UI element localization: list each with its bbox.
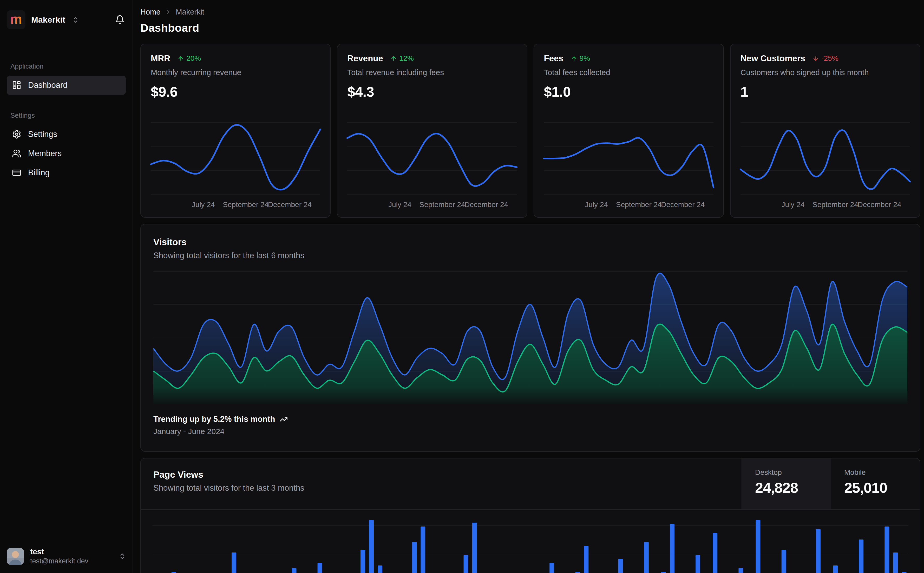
x-axis-labels: July 24 September 24 December 24 bbox=[347, 199, 517, 210]
trending-up-icon bbox=[280, 415, 288, 423]
chevrons-up-down-icon bbox=[72, 16, 79, 23]
sidebar-item-members[interactable]: Members bbox=[7, 144, 126, 163]
page-views-subtitle: Showing total visitors for the last 3 mo… bbox=[153, 484, 729, 493]
workspace-name: Makerkit bbox=[31, 15, 65, 25]
visitors-card: Visitors Showing total visitors for the … bbox=[140, 224, 920, 452]
sidebar-item-label: Billing bbox=[28, 168, 50, 177]
breadcrumb: Home Makerkit bbox=[140, 8, 920, 16]
visitors-title: Visitors bbox=[153, 237, 907, 247]
notifications-button[interactable] bbox=[114, 14, 126, 26]
visitors-period: January - June 2024 bbox=[153, 427, 907, 436]
stat-value: $9.6 bbox=[151, 84, 320, 100]
stat-subtitle: Monthly recurring revenue bbox=[151, 68, 320, 77]
dashboard-grid-icon bbox=[12, 80, 21, 90]
stat-change-badge: -25% bbox=[813, 54, 838, 63]
user-email: test@makerkit.dev bbox=[30, 557, 88, 565]
arrow-down-icon bbox=[813, 55, 819, 62]
sidebar-item-label: Members bbox=[28, 149, 61, 158]
makerkit-logo: m bbox=[7, 10, 25, 29]
visitors-footer: Trending up by 5.2% this month January -… bbox=[153, 415, 907, 436]
chevrons-up-down-icon bbox=[119, 553, 126, 560]
sparkline-chart bbox=[151, 122, 320, 195]
stat-card-fees: Fees 9% Total fees collected $1.0 July 2… bbox=[533, 44, 724, 218]
main-content: Home Makerkit Dashboard MRR 20% Monthly … bbox=[133, 0, 924, 573]
page-views-card: Page Views Showing total visitors for th… bbox=[140, 458, 920, 573]
bell-icon bbox=[115, 15, 125, 25]
nav-section-label: Application bbox=[7, 62, 126, 70]
chevron-right-icon bbox=[165, 9, 171, 16]
dashboard-page: { "app": { "workspace": "Makerkit" }, "s… bbox=[0, 0, 924, 573]
breadcrumb-current: Makerkit bbox=[176, 8, 204, 16]
stat-cards-row: MRR 20% Monthly recurring revenue $9.6 J… bbox=[140, 44, 920, 218]
stat-change-badge: 20% bbox=[177, 54, 201, 63]
trend-text: Trending up by 5.2% this month bbox=[153, 415, 275, 424]
arrow-up-icon bbox=[391, 55, 397, 62]
sparkline-chart bbox=[740, 122, 910, 195]
sidebar-item-label: Settings bbox=[28, 130, 57, 139]
arrow-up-icon bbox=[571, 55, 577, 62]
x-axis-labels: July 24 September 24 December 24 bbox=[740, 199, 910, 210]
x-axis-labels: July 24 September 24 December 24 bbox=[544, 199, 714, 210]
x-axis-labels: July 24 September 24 December 24 bbox=[151, 199, 320, 210]
page-views-title: Page Views bbox=[153, 470, 729, 480]
users-icon bbox=[12, 149, 21, 158]
visitors-subtitle: Showing total visitors for the last 6 mo… bbox=[153, 251, 907, 260]
page-views-bar-chart bbox=[152, 514, 908, 573]
stat-change-badge: 12% bbox=[391, 54, 414, 63]
sidebar-nav: Application Dashboard Settings Settings … bbox=[7, 62, 126, 182]
stat-card-mrr: MRR 20% Monthly recurring revenue $9.6 J… bbox=[140, 44, 331, 218]
stat-subtitle: Total fees collected bbox=[544, 68, 714, 77]
stat-subtitle: Total revenue including fees bbox=[347, 68, 517, 77]
stat-value: $4.3 bbox=[347, 84, 517, 100]
stat-value: $1.0 bbox=[544, 84, 714, 100]
page-views-toggle-desktop[interactable]: Desktop 24,828 bbox=[742, 459, 831, 509]
stat-change-badge: 9% bbox=[571, 54, 590, 63]
sparkline-chart bbox=[544, 122, 714, 195]
nav-section-label: Settings bbox=[7, 111, 126, 119]
arrow-up-icon bbox=[177, 55, 184, 62]
page-views-header: Page Views Showing total visitors for th… bbox=[141, 459, 920, 510]
stat-title: MRR bbox=[151, 53, 170, 63]
sparkline-chart bbox=[347, 122, 517, 195]
stat-card-new-customers: New Customers -25% Customers who signed … bbox=[730, 44, 920, 218]
stat-subtitle: Customers who signed up this month bbox=[740, 68, 910, 77]
stat-title: Revenue bbox=[347, 53, 383, 63]
sidebar-item-label: Dashboard bbox=[28, 80, 67, 90]
sidebar: m Makerkit Application Dashboard Setting… bbox=[0, 0, 133, 573]
user-menu[interactable]: test test@makerkit.dev bbox=[7, 547, 126, 565]
stat-value: 1 bbox=[740, 84, 910, 100]
stat-title: Fees bbox=[544, 53, 563, 63]
credit-card-icon bbox=[12, 168, 21, 177]
visitors-area-chart bbox=[153, 271, 907, 404]
breadcrumb-home-link[interactable]: Home bbox=[140, 8, 160, 16]
page-title: Dashboard bbox=[140, 22, 920, 34]
stat-card-revenue: Revenue 12% Total revenue including fees… bbox=[337, 44, 527, 218]
workspace-switcher[interactable] bbox=[71, 15, 80, 24]
avatar bbox=[7, 548, 24, 565]
sidebar-item-billing[interactable]: Billing bbox=[7, 163, 126, 182]
page-views-toggle-mobile[interactable]: Mobile 25,010 bbox=[831, 459, 920, 509]
gear-icon bbox=[12, 130, 21, 139]
sidebar-item-settings[interactable]: Settings bbox=[7, 125, 126, 144]
sidebar-item-dashboard[interactable]: Dashboard bbox=[7, 75, 126, 95]
stat-title: New Customers bbox=[740, 53, 805, 63]
workspace-header: m Makerkit bbox=[7, 10, 126, 29]
user-name: test bbox=[30, 547, 88, 556]
